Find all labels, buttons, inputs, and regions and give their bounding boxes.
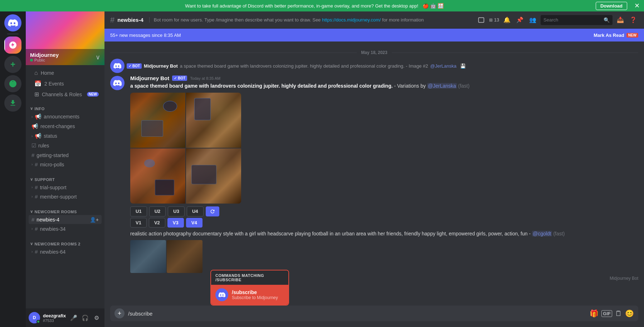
save-icon[interactable]: 💾 [460,63,466,69]
channel-header: # newbies-4 Bot room for new users. Type… [104,11,644,29]
v3-button[interactable]: V3 [167,218,184,228]
mark-as-read-button[interactable]: Mark As Read NEW [594,33,638,38]
settings-button[interactable]: ⚙ [92,313,102,323]
action-buttons-row2: V1 V2 V3 V4 [130,218,638,228]
image-grid [130,93,241,204]
message-content-2: realistic action photography documentary… [130,230,565,238]
new-badge: NEW [626,33,638,38]
search-bar[interactable]: 🔍 [541,15,613,25]
u3-button[interactable]: U3 [168,206,185,216]
main-content: # newbies-4 Bot room for new users. Type… [104,11,644,327]
download-button[interactable]: Download [596,2,627,10]
midjourney-docs-link[interactable]: https://docs.midjourney.com/ [322,17,381,23]
user-avatar[interactable]: D [29,312,40,323]
v1-button[interactable]: V1 [130,218,147,228]
midjourney-server-icon[interactable] [4,36,21,54]
server-banner[interactable]: Midjourney Public ∨ [26,11,104,65]
gif-button[interactable]: GIF [601,310,612,317]
info-section-header[interactable]: ∨ INFO [29,106,102,112]
emoji-button[interactable]: 😊 [625,309,634,318]
add-server-button[interactable]: + [4,56,21,73]
channel-newbies-34[interactable]: › # newbies-34 [29,224,102,233]
svg-rect-0 [479,18,484,22]
member-list-button[interactable]: 👥 [528,15,538,25]
inbox-button[interactable]: 📥 [615,15,625,25]
image-cell-2[interactable] [186,93,241,148]
image-preview-area [104,239,644,274]
midjourney-bot-label: Midjourney Bot [104,274,644,282]
preview-image-2[interactable] [167,240,203,273]
new-messages-banner[interactable]: 55+ new messages since 8:35 AM Mark As R… [104,29,644,42]
pin-button[interactable]: 📌 [515,15,525,25]
preview-image[interactable] [130,240,166,273]
megaphone-icon-2: 📢 [31,123,38,130]
system-message: ✓ BOT Midjourney Bot a space themed boar… [104,58,644,74]
channel-description: Bot room for new users. Type /imagine th… [149,17,424,23]
expand-icon-4: › [31,185,33,189]
expand-icon-3: › [31,162,33,166]
channel-recent-changes[interactable]: 📢 recent-changes [29,122,102,131]
refresh-button[interactable] [206,206,219,216]
channel-getting-started[interactable]: # getting-started [29,151,102,160]
u2-button[interactable]: U2 [149,206,166,216]
u1-button[interactable]: U1 [130,206,147,216]
deafen-button[interactable]: 🎧 [80,313,90,323]
image-cell-3[interactable] [130,148,185,204]
server-divider [7,34,19,34]
message-author-1: Midjourney Bot [130,75,169,81]
support-section-header[interactable]: ∨ SUPPORT [29,176,102,182]
channel-trial-support[interactable]: › # trial-support [29,183,102,192]
autocomplete-item-text: /subscribe Subscribe to Midjourney [232,289,278,300]
sticker-button[interactable]: 🗒 [615,309,622,318]
image-cell-4[interactable] [186,148,241,204]
autocomplete-header: COMMANDS MATCHING /subscribe [211,270,288,285]
channel-newbies-4[interactable]: # newbies-4 👤+ [29,215,102,224]
discord-home-button[interactable] [4,14,21,31]
message-input[interactable] [128,311,586,317]
channel-micro-polls[interactable]: › # micro-polls [29,160,102,169]
rules-icon: ☑ [31,142,36,149]
member-count[interactable]: ⊞ 13 [489,15,499,25]
midjourney-bot-avatar [110,76,125,90]
newcomer-rooms-header[interactable]: ∨ NEWCOMER ROOMS [29,209,102,215]
header-actions: ⊞ 13 🔔 📌 👥 🔍 📥 ❓ [476,15,638,25]
v2-button[interactable]: V2 [149,218,165,228]
hash-icon: # [31,152,34,158]
help-button[interactable]: ❓ [628,15,638,25]
notification-button[interactable]: 🔔 [502,15,512,25]
hash-icon-5: # [31,216,34,223]
channel-newbies-64[interactable]: › # newbies-64 [29,247,102,256]
banner-text: Want to take full advantage of Discord w… [33,3,596,9]
info-section: ∨ INFO › 📢 announcements 📢 recent-change… [26,100,104,171]
channel-member-support[interactable]: › # member-support [29,192,102,201]
sidebar-item-events[interactable]: 📅 2 Events [29,78,102,89]
attach-file-button[interactable]: + [114,308,125,318]
home-icon: ⌂ [34,70,38,76]
search-input[interactable] [543,17,601,23]
channel-announcements[interactable]: › 📢 announcements [29,112,102,121]
channel-status[interactable]: › 📢 status [29,131,102,141]
banner-close-button[interactable]: ✕ [634,2,640,10]
command-autocomplete: COMMANDS MATCHING /subscribe /subscribe … [210,270,289,306]
channel-rules[interactable]: ☑ rules [29,141,102,150]
explore-servers-button[interactable] [4,75,21,92]
events-icon: 📅 [34,80,42,87]
download-server-button[interactable] [4,94,21,112]
u4-button[interactable]: U4 [187,206,204,216]
input-container: COMMANDS MATCHING /subscribe /subscribe … [104,306,644,327]
sidebar-item-channels-roles[interactable]: ⊞ Channels & Roles NEW [29,89,102,99]
message-timestamp-1: Today at 8:35 AM [190,76,220,80]
hash-icon-7: # [35,249,38,255]
mute-button[interactable]: 🎤 [69,313,79,323]
gift-button[interactable]: 🎁 [590,309,599,318]
server-list: + [0,11,26,327]
sidebar-item-home[interactable]: ⌂ Home [29,68,102,78]
date-divider: May 18, 2023 [104,47,644,58]
newcomer-rooms-2-header[interactable]: ∨ NEWCOMER ROOMS 2 [29,241,102,247]
v4-button[interactable]: V4 [186,218,203,228]
threads-button[interactable] [476,15,486,25]
autocomplete-subscribe-item[interactable]: /subscribe Subscribe to Midjourney [211,285,288,305]
image-cell-1[interactable] [130,93,185,148]
active-indicator [4,38,5,52]
hash-icon-3: # [35,184,38,190]
